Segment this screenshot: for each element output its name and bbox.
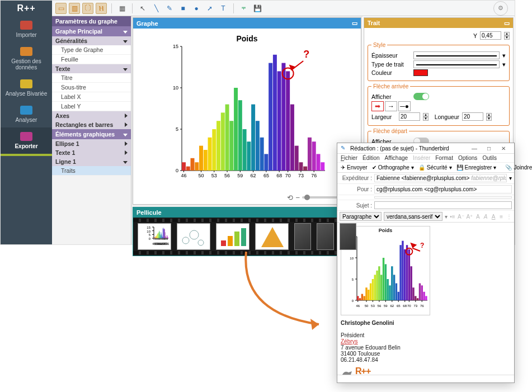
tool-brackets-icon[interactable]: 〔〕 [82,3,93,14]
tool-square-fill-icon[interactable]: ■ [177,3,189,14]
leaf-sous-titre[interactable]: Sous-titre [52,83,131,92]
nav-analyse-bivariee[interactable]: Analyse Bivariée [1,75,52,101]
tool-save-icon[interactable]: 💾 [252,3,263,14]
leaf-label-y[interactable]: Label Y [52,102,131,111]
leaf-traits[interactable]: Traits [52,166,131,176]
message-body[interactable]: Poids 0510154650535659626568707376? Chri… [337,223,514,375]
dropdown-icon[interactable]: ▾ [509,175,512,181]
sub-ligne1[interactable]: Ligne 1 [52,157,131,166]
menu-inserer[interactable]: Insérer [413,155,430,161]
zoom-reset-icon[interactable]: ⟲ [287,193,293,202]
leaf-label-x[interactable]: Label X [52,92,131,102]
toggle-afficher-arrivee[interactable] [413,93,429,100]
tool-bold-h-icon[interactable]: Ⲏ [96,3,107,14]
tool-pencil-icon[interactable]: ✎ [164,3,175,14]
tool-ellipse-fill-icon[interactable]: ● [191,3,202,14]
thickness-selector[interactable] [413,51,500,59]
font-larger-icon[interactable]: A⁺ [467,214,473,220]
pour-input-extra[interactable] [374,196,512,199]
send-button[interactable]: ✈ Envoyer [341,164,368,171]
security-button[interactable]: 🔒 Sécurité ▾ [418,164,452,171]
tool-rect-orange-icon[interactable]: ▭ [55,3,67,14]
label: Trait [368,20,380,26]
svg-text:0: 0 [149,237,151,240]
spin-buttons[interactable]: ▲▼ [504,32,510,40]
linetype-selector[interactable] [413,60,500,68]
main-chart[interactable]: Poids 0510154650535659626568707376? [166,34,328,185]
spin-buttons[interactable]: ▲▼ [423,113,429,121]
sub-generalites[interactable]: Généralités [52,36,131,45]
maximize-button[interactable]: □ [482,145,496,152]
menu-format[interactable]: Format [435,155,453,161]
sub-axes[interactable]: Axes [52,111,131,120]
italic-icon[interactable]: A [483,214,488,220]
arrow-style-open[interactable]: → [385,101,397,111]
sub-rect-barres[interactable]: Rectangles et barres [52,120,131,129]
paragraph-style-select[interactable]: Paragraphe [340,212,382,221]
nav-exporter[interactable]: Exporter [1,127,52,154]
arrow-style-filled[interactable]: ➡ [371,101,384,111]
more-icon[interactable]: ⋮ [506,214,512,220]
spellcheck-button[interactable]: ✔ Orthographe ▾ [372,164,414,171]
zoom-controls: ⟲ − ＋ [133,191,361,204]
arrow-style-dot[interactable]: ─● [398,101,411,111]
longueur-input[interactable]: 20 [462,112,483,121]
tool-grid-icon[interactable]: ▦ [116,3,128,14]
largeur-input[interactable]: 20 [399,112,420,121]
dropdown-icon[interactable]: ▾ [502,52,506,59]
tool-barcode-icon[interactable]: ▥ [69,3,80,14]
attach-button[interactable]: 📎 Joindre ▾ [505,164,532,171]
panel-collapse-icon[interactable]: ▭ [352,20,357,27]
sec-graphe-principal[interactable]: Graphe Principal [52,26,131,36]
spin-buttons[interactable]: ▲▼ [486,113,492,121]
bullet-list-icon[interactable]: •≡ [450,214,455,220]
color-swatch[interactable] [413,69,428,76]
pour-input[interactable]: cg@rplusplus.com <cg@rplusplus.com> [374,185,512,193]
leaf-feuille[interactable]: Feuille [52,55,131,64]
nav-gestion-donnees[interactable]: Gestion des données [1,42,52,75]
save-button[interactable]: 💾 Enregistrer ▾ [456,164,497,171]
font-smaller-icon[interactable]: A⁻ [458,214,464,220]
underline-icon[interactable]: A [491,214,496,220]
list-icon[interactable]: ≡ [498,214,504,220]
settings-gear-icon[interactable]: ⚙ [493,1,508,16]
sec-elements-graphiques[interactable]: Éléments graphiques [52,129,131,139]
svg-rect-80 [154,238,155,238]
nav-importer[interactable]: Importer [1,16,52,42]
dropdown-icon[interactable]: ▾ [502,61,506,68]
thumbnail-2[interactable] [177,223,210,250]
expediteur-select[interactable]: Fabienne <fabienne@rplusplus.com> fabien… [374,174,507,182]
thumbnail-1[interactable]: 0510154650535659626568707376 [138,223,171,250]
sub-texte1[interactable]: Texte 1 [52,148,131,157]
sub-ellipse1[interactable]: Ellipse 1 [52,139,131,148]
leaf-type-graphe[interactable]: Type de Graphe [52,45,131,55]
tool-arrow-icon[interactable]: ➚ [204,3,215,14]
menu-options[interactable]: Options [458,155,477,161]
minimize-button[interactable]: — [467,145,482,152]
y-input[interactable]: 0,45 [480,31,501,40]
menu-affichage[interactable]: Affichage [385,155,408,161]
thumbnail-empty-2[interactable] [317,223,333,250]
leaf-titre[interactable]: Titre [52,73,131,83]
close-button[interactable]: ✕ [496,145,511,152]
menu-outils[interactable]: Outils [482,155,497,161]
panel-collapse-icon[interactable]: ▭ [504,20,510,26]
menu-fichier[interactable]: Fichier [341,155,357,161]
dropdown-icon[interactable]: ▾ [445,214,448,220]
tool-line-icon[interactable]: ╲ [150,3,162,14]
nav-analyser[interactable]: Analyser [1,101,52,127]
zoom-out-icon[interactable]: − [295,193,300,202]
svg-rect-98 [162,237,163,238]
font-select[interactable]: verdana,sans-serif [384,212,442,221]
bold-icon[interactable]: A [475,214,481,220]
tool-text-icon[interactable]: T [218,3,229,14]
thumbnail-empty-1[interactable] [294,223,311,250]
thumbnail-3[interactable] [216,223,249,250]
thumbnail-empty-3[interactable] [340,223,356,250]
menu-edition[interactable]: Édition [362,155,380,161]
sub-texte[interactable]: Texte [52,64,131,73]
thumbnail-4[interactable] [255,223,289,250]
tool-pointer-icon[interactable]: ↖ [137,3,148,14]
sujet-input[interactable] [374,201,512,209]
tool-chart-icon[interactable]: ⫧ [238,3,249,14]
